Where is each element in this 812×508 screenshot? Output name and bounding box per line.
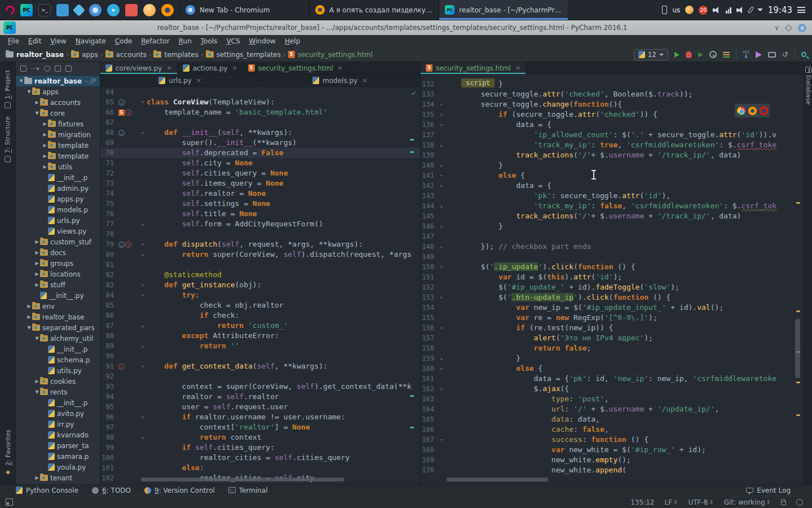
chromium-icon[interactable] bbox=[89, 4, 102, 16]
horizontal-scrollbar[interactable] bbox=[447, 478, 548, 481]
debug-button[interactable] bbox=[686, 51, 692, 58]
tab-models.py[interactable]: models.py× bbox=[261, 75, 421, 86]
code-line[interactable]: 67 bbox=[100, 117, 420, 128]
tree-item-tenant[interactable]: ▶tenant bbox=[16, 472, 100, 483]
fold-marker-icon[interactable]: ▴ bbox=[438, 242, 445, 252]
tree-item-apps.py[interactable]: apps.py bbox=[16, 194, 100, 204]
tab-security_settings.html[interactable]: 5security_settings.html× bbox=[243, 62, 348, 74]
caret-position[interactable]: 135:12 bbox=[630, 498, 654, 506]
breadcrumb-item-settings_templates[interactable]: settings_templates bbox=[206, 51, 281, 59]
keyboard-layout[interactable]: us bbox=[672, 6, 680, 14]
code-line[interactable]: 93 context = super(CoreView, self).get_c… bbox=[100, 382, 420, 392]
code-line[interactable]: 169 new_white.empty(); bbox=[421, 455, 804, 465]
collapsed-arrow-icon[interactable]: ▶ bbox=[42, 132, 48, 137]
tool-button-python-console[interactable]: Python Console bbox=[16, 487, 78, 494]
code-line[interactable]: 80▴ return super(CoreView, self).dispatc… bbox=[100, 249, 420, 260]
fold-marker-icon[interactable]: ▴ bbox=[139, 219, 147, 229]
code-line[interactable]: 139 track_actions('/'+ $.username + '/tr… bbox=[421, 150, 804, 160]
code-line[interactable]: 75 self.settings = None bbox=[100, 199, 420, 209]
tree-item-env[interactable]: ▶env bbox=[16, 301, 100, 312]
code-line[interactable]: 90 bbox=[100, 351, 420, 361]
fold-marker-icon[interactable]: ▾ bbox=[438, 435, 445, 445]
collapsed-arrow-icon[interactable]: ▶ bbox=[34, 100, 40, 105]
menu-vcs[interactable]: VCS bbox=[222, 37, 244, 45]
code-line[interactable]: 83▾ def get_instance(obj): bbox=[100, 280, 420, 290]
tray-expand-icon[interactable] bbox=[757, 8, 763, 11]
fold-marker-icon[interactable]: ▾ bbox=[139, 128, 147, 138]
tree-item-models.p[interactable]: models.p bbox=[16, 204, 100, 215]
encoding-select[interactable]: UTF-8⇕ bbox=[688, 498, 713, 506]
code-line[interactable]: 92 bbox=[100, 371, 420, 382]
tree-item-__init__.p[interactable]: __init__.p bbox=[16, 397, 100, 408]
tool-button-favorites[interactable]: ★2: Favorites bbox=[4, 430, 12, 476]
code-line[interactable]: 81 bbox=[100, 260, 420, 270]
close-icon[interactable]: × bbox=[362, 77, 367, 84]
tool-window-toggle-icon[interactable] bbox=[6, 498, 13, 506]
expanded-arrow-icon[interactable]: ▼ bbox=[18, 78, 24, 84]
firefox-icon[interactable] bbox=[161, 4, 174, 16]
tree-item-irr.py[interactable]: irr.py bbox=[16, 419, 100, 430]
orange-icon[interactable] bbox=[143, 4, 156, 16]
cube-icon[interactable] bbox=[73, 3, 86, 16]
local-history-button[interactable]: ↺ bbox=[782, 51, 788, 58]
close-icon[interactable]: × bbox=[338, 64, 343, 72]
firefox-icon[interactable] bbox=[748, 107, 757, 115]
menu-file[interactable]: File bbox=[3, 37, 24, 45]
code-line[interactable]: 98▴ return context bbox=[100, 432, 420, 443]
tree-item-realtor_base[interactable]: ▼realtor_base~/P bbox=[16, 76, 100, 86]
override-down-icon[interactable]: ↓ bbox=[118, 99, 125, 106]
pycharm-icon[interactable]: PC bbox=[20, 4, 33, 16]
fold-marker-icon[interactable]: ▾ bbox=[438, 364, 445, 374]
code-line[interactable]: 163 type: 'post', bbox=[421, 394, 804, 404]
code-line[interactable]: 167▾ success: function () { bbox=[421, 435, 804, 445]
code-line[interactable]: 147 bbox=[421, 231, 804, 242]
fold-marker-icon[interactable]: ▾ bbox=[438, 110, 445, 120]
view-options-icon[interactable]: ···▾ bbox=[31, 65, 39, 72]
copyq-icon[interactable] bbox=[685, 6, 694, 14]
editor-left-pane[interactable]: core/views.py×actions.py×5security_setti… bbox=[100, 62, 421, 484]
code-line[interactable]: 149 bbox=[421, 252, 804, 262]
tree-item-utils.py[interactable]: utils.py bbox=[16, 365, 100, 376]
code-line[interactable]: 99 if self.cities_query: bbox=[100, 443, 420, 453]
code-line[interactable]: 153▾ $('.btn-update_ip').click(function … bbox=[421, 292, 804, 303]
close-icon[interactable]: × bbox=[166, 64, 171, 72]
code-line[interactable]: 156▾ if (re.test(new_ip)) { bbox=[421, 323, 804, 333]
menu-window[interactable]: Window bbox=[245, 37, 280, 45]
tree-item-youla.py[interactable]: youla.py bbox=[16, 462, 100, 472]
tree-item-avito.py[interactable]: avito.py bbox=[16, 408, 100, 419]
code-line[interactable]: 85 check = obj.realtor bbox=[100, 300, 420, 310]
code-line[interactable]: 64 bbox=[100, 87, 420, 97]
code-line[interactable]: 136▾ data = { bbox=[421, 120, 804, 130]
code-line[interactable]: 151 var id = $(this).attr('id'); bbox=[421, 272, 804, 282]
tree-item-cookies[interactable]: ▶cookies bbox=[16, 376, 100, 387]
code-line[interactable]: 137 'ip_allowed_count': $('.' + secure_t… bbox=[421, 130, 804, 140]
tree-item-fixtures[interactable]: ▶fixtures bbox=[16, 119, 100, 129]
collapsed-arrow-icon[interactable]: ▶ bbox=[26, 304, 32, 309]
close-icon[interactable]: × bbox=[232, 64, 237, 72]
code-line[interactable]: 68↓▾ def __init__(self, **kwargs): bbox=[100, 128, 420, 138]
locate-icon[interactable] bbox=[44, 65, 50, 72]
menu-help[interactable]: Help bbox=[280, 37, 304, 45]
fold-marker-icon[interactable]: ▾ bbox=[438, 99, 445, 110]
close-icon[interactable]: × bbox=[196, 77, 201, 84]
tree-item-apps[interactable]: ▼apps bbox=[16, 86, 100, 97]
code-line[interactable]: 154 var new_ip = $('#ip_update_input_' +… bbox=[421, 303, 804, 313]
fold-marker-icon[interactable]: ▾ bbox=[139, 239, 147, 249]
code-line[interactable]: 101 else: bbox=[100, 463, 420, 473]
code-line[interactable]: 140▴ } bbox=[421, 160, 804, 170]
collapsed-arrow-icon[interactable]: ▶ bbox=[42, 143, 48, 148]
fold-marker-icon[interactable]: ▴ bbox=[139, 249, 147, 260]
tab-urls.py[interactable]: urls.py× bbox=[100, 75, 261, 86]
taskbar-window-button[interactable]: А я опять создал пизделку. Ла ла ... bbox=[309, 0, 439, 20]
telegram-icon[interactable]: ➤ bbox=[107, 4, 120, 16]
code-line[interactable]: 150▾ $('.ip_update').click(function () { bbox=[421, 262, 804, 272]
breadcrumb-item-accounts[interactable]: accounts bbox=[105, 51, 147, 59]
settings-icon[interactable] bbox=[55, 65, 61, 72]
maximize-button[interactable] bbox=[785, 24, 792, 32]
tab-actions.py[interactable]: actions.py× bbox=[178, 62, 243, 74]
collapsed-arrow-icon[interactable]: ▶ bbox=[34, 261, 40, 266]
breadcrumb-item-apps[interactable]: apps bbox=[71, 51, 98, 59]
tree-item-accounts[interactable]: ▶accounts bbox=[16, 97, 100, 108]
notification-badge[interactable]: 20 bbox=[699, 6, 708, 15]
tree-item-separated_pars[interactable]: ▼separated_pars bbox=[16, 322, 100, 333]
